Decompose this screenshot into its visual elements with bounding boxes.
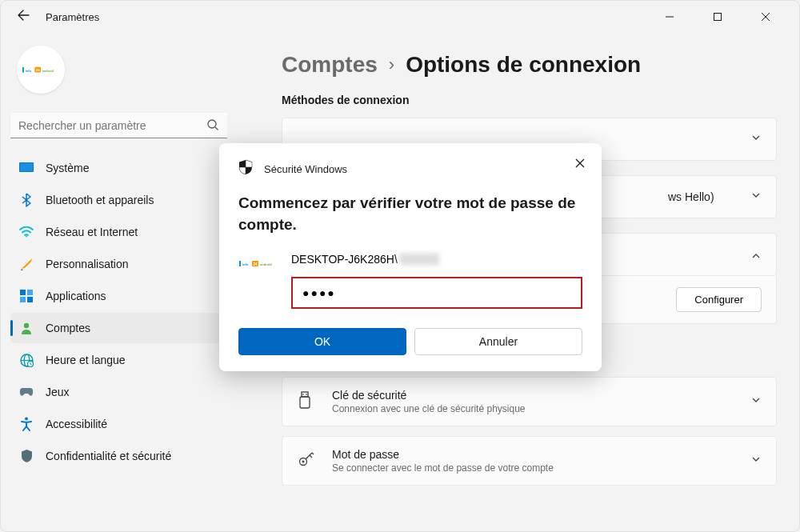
signin-method-card-security-key[interactable]: Clé de sécurité Connexion avec une clé d… (282, 377, 777, 426)
shield-icon (18, 448, 34, 464)
section-heading: Méthodes de connexion (282, 94, 777, 106)
dialog-title: Sécurité Windows (264, 163, 347, 175)
profile-block: info 24 android (10, 33, 227, 113)
sidebar-item-bluetooth[interactable]: Bluetooth et appareils (10, 185, 227, 215)
sidebar-item-label: Applications (46, 290, 106, 302)
usb-key-icon (297, 390, 316, 413)
svg-text:info: info (26, 69, 32, 72)
svg-point-21 (25, 418, 28, 421)
window-title: Paramètres (46, 11, 99, 23)
sidebar-item-label: Comptes (46, 322, 90, 334)
sidebar-item-network[interactable]: Réseau et Internet (10, 217, 227, 247)
chevron-down-icon (750, 394, 762, 409)
card-title: Mot de passe (332, 448, 750, 461)
sidebar-item-applications[interactable]: Applications (10, 281, 227, 311)
card-title: Clé de sécurité (332, 389, 750, 402)
svg-text:info: info (242, 262, 249, 266)
sidebar-item-system[interactable]: Système (10, 153, 227, 183)
bluetooth-icon (18, 192, 34, 208)
wifi-icon (18, 224, 34, 240)
sidebar-item-label: Heure et langue (46, 354, 126, 366)
sidebar-item-label: Système (46, 162, 89, 174)
sidebar-item-label: Accessibilité (46, 418, 107, 430)
search-input[interactable] (10, 113, 227, 138)
sidebar-item-label: Bluetooth et appareils (46, 194, 154, 206)
maximize-icon (713, 12, 722, 22)
sidebar-item-label: Personnalisation (46, 258, 129, 270)
gamepad-icon (18, 384, 34, 400)
svg-point-11 (26, 236, 27, 238)
password-input[interactable]: ●●●● (291, 277, 582, 309)
card-subtitle: Connexion avec une clé de sécurité physi… (332, 403, 750, 414)
svg-rect-13 (27, 290, 33, 295)
sidebar-item-accounts[interactable]: Comptes (10, 313, 227, 343)
chevron-down-icon (750, 190, 762, 204)
accessibility-icon (18, 416, 34, 432)
chevron-up-icon (750, 247, 762, 262)
brush-icon (18, 256, 34, 272)
security-dialog: Sécurité Windows Commencez par vérifier … (219, 143, 602, 371)
svg-rect-10 (20, 163, 33, 171)
svg-point-7 (208, 120, 216, 128)
cancel-button[interactable]: Annuler (414, 328, 582, 355)
minimize-button[interactable] (652, 5, 687, 29)
dialog-close-button[interactable] (571, 154, 589, 175)
close-button[interactable] (748, 5, 783, 29)
svg-rect-22 (302, 392, 308, 397)
redacted-username (399, 254, 439, 265)
search-icon (206, 118, 219, 134)
svg-text:24: 24 (254, 262, 258, 266)
svg-text:24: 24 (36, 68, 40, 72)
minimize-icon (665, 12, 674, 22)
sidebar-item-label: Réseau et Internet (46, 226, 138, 238)
nav-list: Système Bluetooth et appareils Réseau et… (10, 153, 227, 471)
close-icon (761, 12, 770, 22)
search-box[interactable] (10, 113, 227, 138)
svg-rect-1 (714, 14, 722, 21)
close-icon (574, 158, 586, 169)
username-label: DESKTOP-J6K286H\ (291, 253, 582, 266)
svg-rect-12 (20, 290, 26, 295)
svg-rect-15 (27, 297, 33, 302)
ok-button[interactable]: OK (238, 328, 406, 355)
avatar[interactable]: info 24 android (17, 46, 65, 94)
apps-icon (18, 288, 34, 304)
globe-icon (18, 352, 34, 368)
arrow-left-icon (17, 9, 30, 22)
svg-text:android: android (42, 69, 54, 72)
breadcrumb: Comptes › Options de connexion (282, 52, 777, 78)
chevron-right-icon: › (389, 54, 394, 75)
card-subtitle: Se connecter avec le mot de passe de vot… (332, 462, 750, 474)
svg-point-27 (302, 461, 305, 463)
svg-line-8 (215, 127, 218, 130)
sidebar-item-personalization[interactable]: Personnalisation (10, 249, 227, 279)
configure-button[interactable]: Configurer (676, 287, 762, 312)
avatar-logo-icon: info 24 android (22, 64, 60, 75)
sidebar-item-gaming[interactable]: Jeux (10, 377, 227, 407)
svg-text:android: android (260, 262, 272, 266)
maximize-button[interactable] (700, 5, 735, 29)
page-title: Options de connexion (406, 52, 641, 78)
user-logo-icon: info24android (238, 258, 278, 273)
system-icon (18, 160, 34, 176)
chevron-down-icon (750, 132, 762, 146)
window-controls (652, 5, 790, 29)
dialog-heading: Commencez par vérifier votre mot de pass… (238, 193, 582, 235)
windows-security-shield-icon (238, 159, 253, 178)
svg-rect-2 (22, 67, 24, 73)
breadcrumb-parent[interactable]: Comptes (282, 52, 378, 78)
sidebar-item-label: Jeux (46, 386, 70, 398)
svg-rect-23 (300, 397, 310, 408)
signin-method-card-password[interactable]: Mot de passe Se connecter avec le mot de… (282, 436, 777, 486)
svg-rect-28 (239, 261, 241, 266)
sidebar: info 24 android Système Bluetooth et app… (1, 33, 237, 531)
svg-rect-14 (20, 297, 26, 302)
back-button[interactable] (10, 2, 36, 31)
key-icon (297, 450, 316, 472)
person-icon (18, 320, 34, 336)
sidebar-item-label: Confidentialité et sécurité (46, 450, 171, 462)
sidebar-item-accessibility[interactable]: Accessibilité (10, 409, 227, 439)
chevron-down-icon (750, 454, 762, 468)
sidebar-item-privacy[interactable]: Confidentialité et sécurité (10, 441, 227, 471)
sidebar-item-time-language[interactable]: Heure et langue (10, 345, 227, 375)
